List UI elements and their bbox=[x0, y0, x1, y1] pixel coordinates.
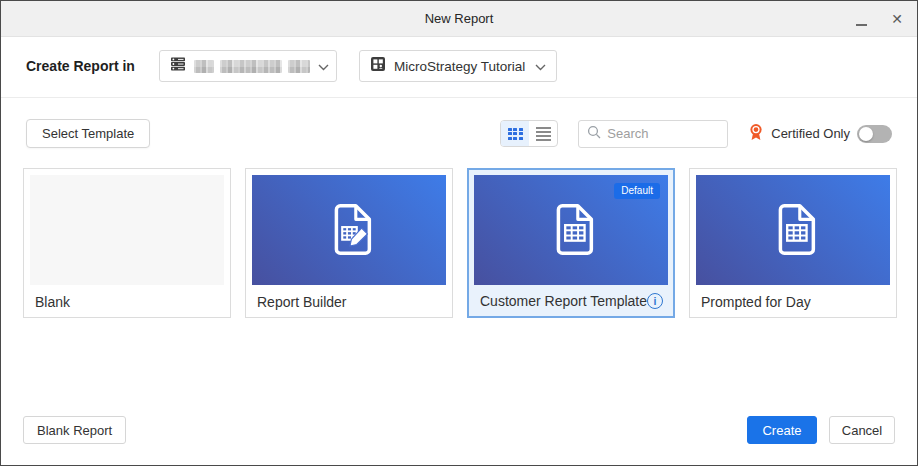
view-mode-toggle bbox=[500, 120, 558, 147]
dialog-title: New Report bbox=[425, 11, 494, 26]
search-box bbox=[578, 120, 728, 148]
cancel-button[interactable]: Cancel bbox=[829, 416, 895, 444]
template-card-blank[interactable]: Blank bbox=[23, 168, 231, 318]
project-grid-icon bbox=[370, 56, 386, 76]
default-badge: Default bbox=[614, 183, 660, 199]
create-in-label: Create Report in bbox=[26, 58, 135, 74]
info-icon[interactable]: i bbox=[647, 293, 663, 309]
minimize-icon[interactable] bbox=[856, 12, 867, 26]
toolbar-row: Select Template bbox=[26, 119, 892, 148]
blank-report-button[interactable]: Blank Report bbox=[23, 416, 126, 444]
certified-only-toggle[interactable] bbox=[857, 125, 892, 143]
template-card-report-builder[interactable]: Report Builder bbox=[245, 168, 453, 318]
create-button[interactable]: Create bbox=[747, 416, 817, 444]
template-card-prompted-for-day[interactable]: Prompted for Day bbox=[689, 168, 897, 318]
card-label-row: Customer Report Template i bbox=[469, 285, 673, 316]
project-dropdown[interactable]: MicroStrategy Tutorial bbox=[359, 50, 557, 82]
project-dropdown-value: MicroStrategy Tutorial bbox=[394, 59, 527, 74]
grid-view-icon[interactable] bbox=[501, 121, 529, 146]
search-input[interactable] bbox=[607, 126, 719, 141]
server-icon bbox=[170, 56, 186, 76]
template-name: Report Builder bbox=[257, 294, 347, 310]
template-name: Blank bbox=[35, 294, 70, 310]
close-icon[interactable]: ✕ bbox=[891, 12, 903, 26]
toolbar-right-group: Certified Only bbox=[500, 120, 892, 148]
card-label-row: Blank bbox=[24, 286, 230, 317]
search-icon bbox=[587, 125, 601, 143]
template-card-customer-report[interactable]: Default Customer Report Template i bbox=[467, 168, 675, 318]
template-card-list: Blank Report Builder bbox=[23, 168, 897, 318]
document-table-pencil-icon bbox=[252, 175, 446, 285]
chevron-down-icon bbox=[535, 57, 546, 75]
titlebar: New Report ✕ bbox=[1, 1, 917, 37]
window-controls: ✕ bbox=[856, 1, 903, 37]
card-label-row: Report Builder bbox=[246, 286, 452, 317]
template-name: Customer Report Template bbox=[480, 293, 647, 309]
certified-only-group: Certified Only bbox=[748, 123, 892, 145]
divider bbox=[1, 97, 917, 98]
redacted-server-name bbox=[194, 60, 310, 73]
create-in-row: Create Report in bbox=[26, 50, 892, 82]
toggle-knob bbox=[859, 127, 873, 141]
template-name: Prompted for Day bbox=[701, 294, 811, 310]
document-table-icon bbox=[696, 175, 890, 285]
footer-right: Create Cancel bbox=[747, 416, 895, 444]
certified-badge-icon bbox=[748, 123, 764, 145]
certified-only-label: Certified Only bbox=[771, 126, 850, 141]
select-template-button[interactable]: Select Template bbox=[26, 119, 150, 148]
document-table-icon: Default bbox=[474, 175, 668, 285]
footer-left: Blank Report bbox=[23, 416, 126, 444]
chevron-down-icon bbox=[318, 57, 329, 75]
new-report-dialog: New Report ✕ Create Report in bbox=[0, 0, 918, 466]
server-dropdown[interactable] bbox=[159, 50, 337, 82]
card-label-row: Prompted for Day bbox=[690, 286, 896, 317]
blank-thumbnail bbox=[30, 175, 224, 285]
list-view-icon[interactable] bbox=[529, 121, 557, 146]
